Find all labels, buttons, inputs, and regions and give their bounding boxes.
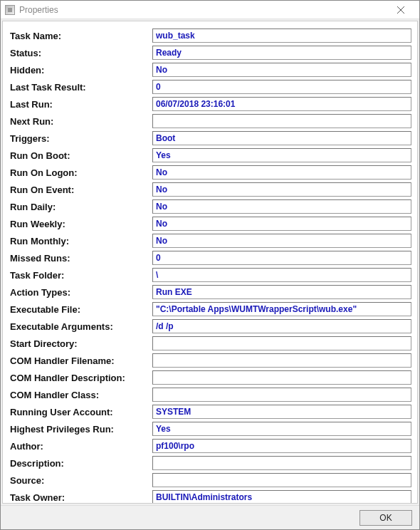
property-value[interactable]: No bbox=[152, 182, 411, 197]
property-value[interactable]: pf100\rpo bbox=[152, 439, 411, 453]
property-row: Task Owner:BUILTIN\Administrators bbox=[10, 490, 411, 504]
property-row: Last Run:06/07/2018 23:16:01 bbox=[10, 97, 411, 111]
property-label: Next Run: bbox=[10, 116, 152, 127]
property-value[interactable] bbox=[152, 336, 411, 350]
property-row: Executable Arguments:/d /p bbox=[10, 319, 411, 333]
property-label: COM Handler Filename: bbox=[10, 355, 152, 366]
property-row: Description: bbox=[10, 456, 411, 470]
property-label: Run Monthly: bbox=[10, 236, 152, 246]
property-label: Highest Privileges Run: bbox=[10, 424, 152, 435]
property-label: Run On Boot: bbox=[10, 150, 152, 161]
property-value[interactable]: Run EXE bbox=[152, 285, 411, 299]
property-label: Start Directory: bbox=[10, 338, 152, 349]
property-value[interactable]: BUILTIN\Administrators bbox=[152, 490, 411, 504]
property-value[interactable]: "C:\Portable Apps\WUMTWrapperScript\wub.… bbox=[152, 302, 411, 316]
properties-window: Properties Task Name:wub_taskStatus:Read… bbox=[0, 0, 420, 530]
property-value[interactable]: No bbox=[152, 165, 411, 180]
property-label: Status: bbox=[10, 48, 152, 58]
property-label: Run Weekly: bbox=[10, 219, 152, 229]
property-label: COM Handler Description: bbox=[10, 373, 152, 383]
property-label: Task Name: bbox=[10, 31, 152, 41]
property-value[interactable]: Yes bbox=[152, 422, 411, 436]
property-value[interactable] bbox=[152, 388, 411, 402]
property-row: Triggers:Boot bbox=[10, 131, 411, 145]
close-icon bbox=[397, 6, 404, 14]
property-value[interactable] bbox=[152, 353, 411, 368]
ok-button-label: OK bbox=[379, 513, 392, 523]
property-value[interactable]: /d /p bbox=[152, 319, 411, 333]
property-value[interactable] bbox=[152, 473, 411, 487]
property-label: Source: bbox=[10, 475, 152, 486]
property-label: Triggers: bbox=[10, 133, 152, 144]
footer: OK bbox=[1, 505, 419, 529]
property-row: Run Daily:No bbox=[10, 199, 411, 214]
property-row: Run Weekly:No bbox=[10, 217, 411, 231]
property-row: Hidden:No bbox=[10, 63, 411, 77]
property-row: Source: bbox=[10, 473, 411, 487]
property-label: Task Owner: bbox=[10, 492, 152, 503]
property-row: Run On Event:No bbox=[10, 182, 411, 197]
property-list: Task Name:wub_taskStatus:ReadyHidden:NoL… bbox=[10, 28, 411, 504]
property-label: Run On Logon: bbox=[10, 167, 152, 178]
property-row: Action Types:Run EXE bbox=[10, 285, 411, 299]
property-value[interactable]: No bbox=[152, 199, 411, 214]
close-button[interactable] bbox=[387, 1, 415, 19]
property-label: Running User Account: bbox=[10, 407, 152, 417]
property-row: Run Monthly:No bbox=[10, 234, 411, 248]
property-label: COM Handler Class: bbox=[10, 390, 152, 400]
property-row: Status:Ready bbox=[10, 46, 411, 60]
property-value[interactable]: 06/07/2018 23:16:01 bbox=[152, 97, 411, 111]
property-row: Task Folder:\ bbox=[10, 268, 411, 282]
ok-button[interactable]: OK bbox=[359, 510, 412, 526]
property-row: COM Handler Class: bbox=[10, 388, 411, 402]
property-row: Missed Runs:0 bbox=[10, 251, 411, 265]
property-value[interactable] bbox=[152, 370, 411, 385]
property-value[interactable]: No bbox=[152, 234, 411, 248]
property-label: Executable Arguments: bbox=[10, 321, 152, 332]
property-label: Executable File: bbox=[10, 304, 152, 315]
content-panel: Task Name:wub_taskStatus:ReadyHidden:NoL… bbox=[2, 21, 418, 504]
property-value[interactable]: Ready bbox=[152, 46, 411, 60]
property-value[interactable]: 0 bbox=[152, 80, 411, 94]
property-row: Start Directory: bbox=[10, 336, 411, 350]
property-value[interactable]: SYSTEM bbox=[152, 405, 411, 419]
property-value[interactable]: No bbox=[152, 217, 411, 231]
property-label: Missed Runs: bbox=[10, 253, 152, 264]
property-row: Next Run: bbox=[10, 114, 411, 128]
titlebar[interactable]: Properties bbox=[1, 1, 419, 19]
property-label: Last Run: bbox=[10, 99, 152, 110]
property-row: Running User Account:SYSTEM bbox=[10, 405, 411, 419]
property-label: Run Daily: bbox=[10, 202, 152, 212]
property-label: Author: bbox=[10, 441, 152, 452]
property-value[interactable] bbox=[152, 456, 411, 470]
property-value[interactable]: Boot bbox=[152, 131, 411, 145]
property-label: Task Folder: bbox=[10, 270, 152, 281]
property-row: Run On Logon:No bbox=[10, 165, 411, 180]
property-value[interactable]: No bbox=[152, 63, 411, 77]
property-value[interactable]: \ bbox=[152, 268, 411, 282]
property-row: Author:pf100\rpo bbox=[10, 439, 411, 453]
property-label: Description: bbox=[10, 458, 152, 469]
property-row: Task Name:wub_task bbox=[10, 28, 411, 43]
property-row: Run On Boot:Yes bbox=[10, 148, 411, 162]
property-value[interactable]: wub_task bbox=[152, 28, 411, 43]
property-row: COM Handler Filename: bbox=[10, 353, 411, 368]
app-icon bbox=[5, 5, 15, 15]
property-row: COM Handler Description: bbox=[10, 370, 411, 385]
property-label: Hidden: bbox=[10, 65, 152, 76]
property-row: Executable File:"C:\Portable Apps\WUMTWr… bbox=[10, 302, 411, 316]
property-value[interactable]: Yes bbox=[152, 148, 411, 162]
window-title: Properties bbox=[19, 5, 387, 15]
property-value[interactable]: 0 bbox=[152, 251, 411, 265]
property-row: Last Task Result:0 bbox=[10, 80, 411, 94]
property-row: Highest Privileges Run:Yes bbox=[10, 422, 411, 436]
property-label: Action Types: bbox=[10, 287, 152, 298]
property-label: Last Task Result: bbox=[10, 82, 152, 93]
property-value[interactable] bbox=[152, 114, 411, 128]
property-label: Run On Event: bbox=[10, 185, 152, 195]
